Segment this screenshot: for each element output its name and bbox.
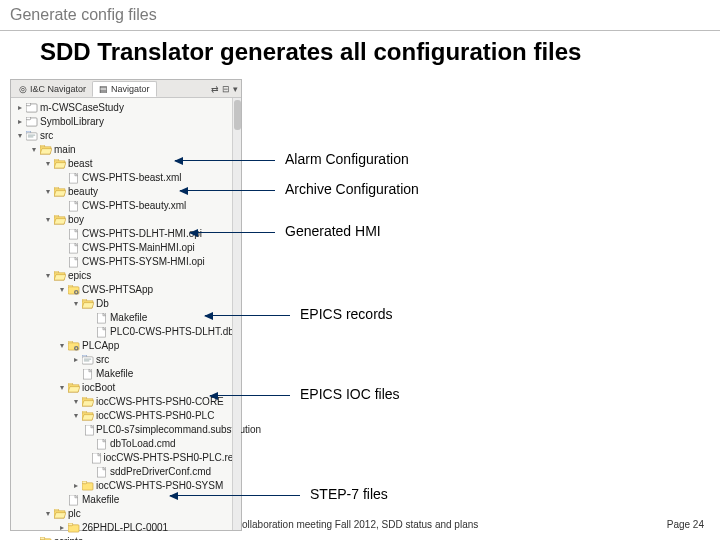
- disclosure-icon[interactable]: ▾: [43, 213, 53, 227]
- annotation-archive: Archive Configuration: [285, 181, 419, 197]
- annotation-records: EPICS records: [300, 306, 393, 322]
- collapse-icon[interactable]: ⊟: [222, 84, 230, 94]
- tree-row[interactable]: CWS-PHTS-SYSM-HMI.opi: [13, 255, 239, 269]
- tree-row[interactable]: ▾Db: [13, 297, 239, 311]
- disclosure-icon[interactable]: ▾: [71, 297, 81, 311]
- folder-gear-icon: [67, 285, 81, 295]
- disclosure-icon[interactable]: ▸: [71, 353, 81, 367]
- folder-open-icon: [53, 509, 67, 519]
- disclosure-icon[interactable]: ▾: [43, 185, 53, 199]
- arrow: [205, 315, 290, 316]
- disclosure-icon[interactable]: ▾: [43, 269, 53, 283]
- tree-row[interactable]: ▾src: [13, 129, 239, 143]
- folder-open-icon: [67, 383, 81, 393]
- arrow: [170, 495, 300, 496]
- tree-row[interactable]: sddPreDriverConf.cmd: [13, 465, 239, 479]
- tree-label: sddPreDriverConf.cmd: [109, 465, 211, 479]
- menu-icon[interactable]: ▾: [233, 84, 238, 94]
- disclosure-icon[interactable]: ▾: [57, 339, 67, 353]
- tree-row[interactable]: ▸m-CWSCaseStudy: [13, 101, 239, 115]
- tree-row[interactable]: PLC0-s7simplecommand.substitution: [13, 423, 239, 437]
- tree-row[interactable]: ▾iocBoot: [13, 381, 239, 395]
- scrollbar-thumb[interactable]: [234, 100, 241, 130]
- folder-open-icon: [81, 397, 95, 407]
- tree-row[interactable]: CWS-PHTS-DLHT-HMI.opi: [13, 227, 239, 241]
- breadcrumb: Generate config files: [10, 6, 157, 24]
- tree-row[interactable]: CWS-PHTS-MainHMI.opi: [13, 241, 239, 255]
- tree-label: iocCWS-PHTS-PSH0-SYSM: [95, 479, 223, 493]
- tree-row[interactable]: ▾PLCApp: [13, 339, 239, 353]
- tree-row[interactable]: ▸iocCWS-PHTS-PSH0-SYSM: [13, 479, 239, 493]
- tree-label: src: [95, 353, 109, 367]
- arrow: [175, 160, 275, 161]
- tree-label: iocCWS-PHTS-PSH0-PLC: [95, 409, 214, 423]
- tree-row[interactable]: Makefile: [13, 367, 239, 381]
- nav-icon: ▤: [99, 84, 108, 94]
- tree-row[interactable]: CWS-PHTS-beast.xml: [13, 171, 239, 185]
- tree-row[interactable]: ▾boy: [13, 213, 239, 227]
- footer-left: ollaboration meeting Fall 2012, SDD stat…: [242, 519, 478, 530]
- tree-row[interactable]: ▾CWS-PHTSApp: [13, 283, 239, 297]
- disclosure-icon[interactable]: ▾: [57, 381, 67, 395]
- tree-row[interactable]: ▾main: [13, 143, 239, 157]
- tree-label: Makefile: [95, 367, 133, 381]
- disclosure-icon[interactable]: ▸: [57, 521, 67, 535]
- arrow: [190, 232, 275, 233]
- folder-closed-icon: [81, 481, 95, 491]
- tree-row[interactable]: ▸src: [13, 353, 239, 367]
- tree-row[interactable]: ▾iocCWS-PHTS-PSH0-PLC: [13, 409, 239, 423]
- disclosure-icon[interactable]: ▾: [15, 129, 25, 143]
- page-title: SDD Translator generates all configurati…: [40, 38, 581, 66]
- tree-row[interactable]: CWS-PHTS-beauty.xml: [13, 199, 239, 213]
- annotation-alarm: Alarm Configuration: [285, 151, 409, 167]
- tree-label: main: [53, 143, 76, 157]
- folder-open-icon: [53, 271, 67, 281]
- tree-row[interactable]: ▾beauty: [13, 185, 239, 199]
- file-icon: [95, 313, 109, 324]
- tab-ic-navigator[interactable]: ◎ I&C Navigator: [13, 82, 92, 96]
- tree-label: m-CWSCaseStudy: [39, 101, 124, 115]
- disclosure-icon[interactable]: ▾: [43, 507, 53, 521]
- disclosure-icon[interactable]: ▸: [71, 479, 81, 493]
- file-icon: [67, 201, 81, 212]
- link-icon[interactable]: ⇄: [211, 84, 219, 94]
- tree-row[interactable]: ▾iocCWS-PHTS-PSH0-CORE: [13, 395, 239, 409]
- disclosure-icon[interactable]: ▾: [71, 395, 81, 409]
- file-icon: [85, 425, 95, 436]
- tree-row[interactable]: ▾plc: [13, 507, 239, 521]
- tree-row[interactable]: dbToLoad.cmd: [13, 437, 239, 451]
- folder-gear-icon: [67, 341, 81, 351]
- scrollbar[interactable]: [232, 98, 241, 530]
- tab-navigator[interactable]: ▤ Navigator: [92, 81, 157, 97]
- disclosure-icon[interactable]: ▾: [43, 157, 53, 171]
- tree-label: scripts: [53, 535, 83, 540]
- tree-label: Db: [95, 297, 109, 311]
- tree-row[interactable]: ▾epics: [13, 269, 239, 283]
- tree-row[interactable]: ▸SymbolLibrary: [13, 115, 239, 129]
- navigator-panel: ◎ I&C Navigator ▤ Navigator ⇄ ⊟ ▾ ▸m-CWS…: [10, 79, 242, 531]
- folder-src-icon: [81, 355, 95, 365]
- disclosure-icon[interactable]: ▸: [15, 115, 25, 129]
- proj-closed-icon: [25, 117, 39, 127]
- tree-label: CWS-PHTS-MainHMI.opi: [81, 241, 195, 255]
- disclosure-icon[interactable]: ▾: [29, 143, 39, 157]
- disclosure-icon[interactable]: ▸: [29, 535, 39, 540]
- tree-row[interactable]: ▸26PHDL-PLC-0001: [13, 521, 239, 535]
- arrow: [210, 395, 290, 396]
- tree-label: Makefile: [81, 493, 119, 507]
- file-icon: [67, 229, 81, 240]
- disclosure-icon[interactable]: ▾: [57, 283, 67, 297]
- annotation-ioc: EPICS IOC files: [300, 386, 400, 402]
- tree-row[interactable]: ▸scripts: [13, 535, 239, 540]
- file-icon: [81, 369, 95, 380]
- annotation-hmi: Generated HMI: [285, 223, 381, 239]
- folder-open-icon: [81, 299, 95, 309]
- tree-label: epics: [67, 269, 91, 283]
- tree-label: src: [39, 129, 53, 143]
- tree-row[interactable]: PLC0-CWS-PHTS-DLHT.db: [13, 325, 239, 339]
- annotation-step7: STEP-7 files: [310, 486, 388, 502]
- tree-row[interactable]: iocCWS-PHTS-PSH0-PLC.req: [13, 451, 239, 465]
- tree-label: 26PHDL-PLC-0001: [81, 521, 168, 535]
- disclosure-icon[interactable]: ▸: [15, 101, 25, 115]
- disclosure-icon[interactable]: ▾: [71, 409, 81, 423]
